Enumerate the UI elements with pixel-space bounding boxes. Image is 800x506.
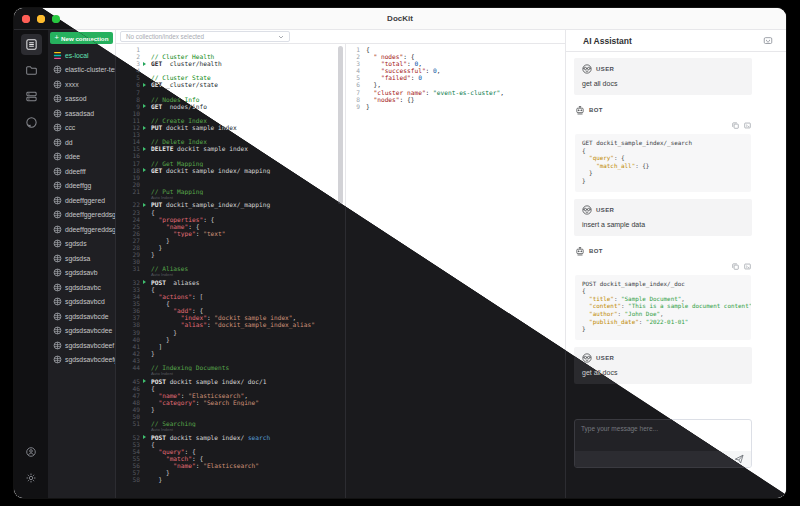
run-query-icon[interactable] — [140, 145, 148, 152]
editor-line[interactable]: 3GET _cluster/health — [116, 60, 345, 67]
connection-item[interactable]: ccc — [48, 121, 115, 136]
editor-line[interactable]: 43 — [116, 357, 345, 364]
editor-line[interactable]: 23{ — [116, 209, 345, 216]
connection-item[interactable]: sgdsdsavb — [48, 266, 115, 281]
connection-item[interactable]: sgdsdsa — [48, 251, 115, 266]
editor-line[interactable]: 57 } — [116, 469, 345, 476]
close-window-button[interactable] — [22, 15, 30, 23]
connection-item[interactable]: elastic-cluster-tes — [48, 63, 115, 78]
copy-icon[interactable] — [732, 122, 739, 129]
editor-line[interactable]: 56 "name": "Elasticsearch" — [116, 462, 345, 469]
editor-line[interactable]: 44// Indexing Documents — [116, 364, 345, 371]
query-editor[interactable]: 12// Cluster Health3GET _cluster/health4… — [116, 44, 345, 498]
editor-line[interactable]: 48 "category": "Search Engine" — [116, 399, 345, 406]
copy-icon[interactable] — [732, 263, 739, 270]
run-query-icon[interactable] — [140, 81, 148, 88]
connection-item[interactable]: sgdsdsavbcdeefg — [48, 353, 115, 368]
editor-scrollbar[interactable] — [338, 46, 343, 204]
new-connection-button[interactable]: + New connection — [50, 32, 113, 44]
editor-line[interactable]: 22PUT dockit_sample_index/_mapping — [116, 201, 345, 208]
editor-line[interactable]: 17// Get Mapping — [116, 160, 345, 167]
rail-settings-button[interactable] — [21, 467, 42, 488]
editor-line[interactable]: 41 ] — [116, 343, 345, 350]
editor-line[interactable]: 30 — [116, 258, 345, 265]
editor-line[interactable]: 53{ — [116, 441, 345, 448]
editor-line[interactable]: 58 } — [116, 476, 345, 483]
run-query-icon[interactable] — [140, 167, 148, 174]
run-query-icon[interactable] — [140, 378, 148, 385]
connection-item[interactable]: sgdsdsavbcdee — [48, 324, 115, 339]
run-query-icon[interactable] — [140, 60, 148, 67]
chat-input[interactable] — [575, 420, 751, 451]
rail-account-button[interactable] — [21, 441, 42, 462]
connection-item[interactable]: ddeefff — [48, 164, 115, 179]
editor-line[interactable]: 39 } — [116, 329, 345, 336]
editor-line[interactable]: 50 — [116, 413, 345, 420]
rail-backup-tab[interactable] — [21, 86, 42, 107]
editor-line[interactable]: 29} — [116, 251, 345, 258]
editor-line[interactable]: 27 } — [116, 237, 345, 244]
connection-item[interactable]: ddeeffggereddsgd — [48, 208, 115, 223]
run-query-icon[interactable] — [140, 124, 148, 131]
editor-line[interactable]: 37 "index": "dockit_sample_index", — [116, 314, 345, 321]
connection-item[interactable]: sgdsdsavbcdeef — [48, 338, 115, 353]
chat-bubble-icon[interactable] — [763, 36, 773, 46]
editor-line[interactable]: 47 "name": "Elasticsearch", — [116, 392, 345, 399]
run-query-icon[interactable] — [140, 201, 148, 208]
editor-line[interactable]: 6GET _cluster/state — [116, 81, 345, 88]
editor-line[interactable]: 31// Aliases — [116, 265, 345, 272]
editor-line[interactable]: 15DELETE dockit_sample_index — [116, 145, 345, 152]
editor-line[interactable]: 42} — [116, 350, 345, 357]
connection-item[interactable]: xxxx — [48, 77, 115, 92]
connection-item[interactable]: sgdsds — [48, 237, 115, 252]
editor-line[interactable]: 32POST _aliases — [116, 279, 345, 286]
connection-item[interactable]: sgdsdsavbcd — [48, 295, 115, 310]
editor-line[interactable]: 19 — [116, 174, 345, 181]
connection-item[interactable]: ddeeffgg — [48, 179, 115, 194]
editor-line[interactable]: 12PUT dockit_sample_index — [116, 124, 345, 131]
editor-line[interactable]: 51// Searching — [116, 420, 345, 427]
insert-code-icon[interactable] — [744, 263, 751, 270]
rail-connections-tab[interactable] — [21, 34, 42, 55]
editor-line[interactable]: 35 { — [116, 300, 345, 307]
connection-item[interactable]: sassod — [48, 92, 115, 107]
rail-github-tab[interactable] — [21, 112, 42, 133]
editor-line[interactable]: 14// Delete Index — [116, 138, 345, 145]
editor-line[interactable]: 9GET _nodes/info — [116, 103, 345, 110]
editor-line[interactable]: 34 "actions": [ — [116, 293, 345, 300]
connection-item[interactable]: sgdsdsavbc — [48, 280, 115, 295]
editor-line[interactable]: 13 — [116, 131, 345, 138]
editor-line[interactable]: 25 "name": { — [116, 223, 345, 230]
editor-line[interactable]: 45POST dockit_sample_index/_doc/1 — [116, 378, 345, 385]
run-query-icon[interactable] — [140, 279, 148, 286]
editor-line[interactable]: 40 } — [116, 336, 345, 343]
connection-item[interactable]: dd — [48, 135, 115, 150]
editor-line[interactable]: 38 "alias": "dockit_sample_index_alias" — [116, 321, 345, 328]
editor-line[interactable]: 55 "match": { — [116, 455, 345, 462]
connection-item[interactable]: sasadsad — [48, 106, 115, 121]
connection-item[interactable]: es-local — [48, 48, 115, 63]
editor-line[interactable]: 1 — [116, 46, 345, 53]
editor-line[interactable]: 26 "type": "text" — [116, 230, 345, 237]
connection-item[interactable]: ddeeffggered — [48, 193, 115, 208]
editor-line[interactable]: 5// Cluster State — [116, 74, 345, 81]
editor-line[interactable]: 20 — [116, 181, 345, 188]
editor-line[interactable]: 7 — [116, 89, 345, 96]
editor-line[interactable]: 28 } — [116, 244, 345, 251]
editor-line[interactable]: 54 "query": { — [116, 448, 345, 455]
connection-item[interactable]: sgdsdsavbcde — [48, 309, 115, 324]
editor-line[interactable]: 33{ — [116, 286, 345, 293]
editor-line[interactable]: 52POST dockit_sample_index/_search — [116, 434, 345, 441]
minimize-window-button[interactable] — [37, 15, 45, 23]
editor-line[interactable]: 21// Put Mapping — [116, 188, 345, 195]
rail-files-tab[interactable] — [21, 60, 42, 81]
insert-code-icon[interactable] — [744, 122, 751, 129]
editor-line[interactable]: 16 — [116, 152, 345, 159]
run-query-icon[interactable] — [140, 434, 148, 441]
editor-line[interactable]: 36 "add": { — [116, 307, 345, 314]
collection-select[interactable]: No collection/index selected — [120, 31, 290, 42]
connection-item[interactable]: ddeeffggereddsgda... — [48, 222, 115, 237]
editor-line[interactable]: 46{ — [116, 385, 345, 392]
editor-line[interactable]: 18GET dockit_sample_index/_mapping — [116, 167, 345, 174]
editor-line[interactable]: 8// Nodes Info — [116, 96, 345, 103]
